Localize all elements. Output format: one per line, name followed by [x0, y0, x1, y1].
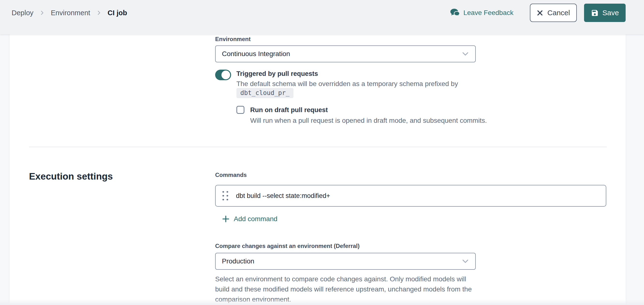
- environment-select-value: Continuous Integration: [222, 50, 290, 58]
- ci-job-settings-page: Deploy Environment CI job Leave Feedback: [0, 0, 644, 305]
- execution-settings-title: Execution settings: [29, 171, 113, 182]
- chevron-right-icon: [40, 10, 44, 16]
- leave-feedback-button[interactable]: Leave Feedback: [450, 8, 514, 18]
- deferral-select-value: Production: [222, 258, 254, 265]
- deferral-label: Compare changes against an environment (…: [215, 243, 360, 250]
- breadcrumb: Deploy Environment CI job: [12, 9, 127, 17]
- environment-label: Environment: [215, 36, 251, 42]
- pr-trigger-toggle[interactable]: [215, 70, 231, 80]
- chevron-right-icon: [96, 10, 101, 16]
- save-button-label: Save: [602, 9, 619, 17]
- command-input[interactable]: [236, 192, 601, 200]
- save-icon: [591, 9, 599, 17]
- cancel-button-label: Cancel: [547, 9, 570, 17]
- drag-handle-icon[interactable]: [222, 191, 228, 200]
- breadcrumb-item-environment[interactable]: Environment: [51, 9, 90, 17]
- settings-card: Environment Continuous Integration Trigg…: [10, 34, 626, 305]
- schema-prefix-code: dbt_cloud_pr_: [236, 88, 294, 98]
- save-button[interactable]: Save: [584, 4, 626, 22]
- pr-trigger-toggle-knob: [222, 70, 230, 79]
- draft-pr-checkbox[interactable]: [236, 106, 244, 114]
- environment-select[interactable]: Continuous Integration: [215, 46, 476, 62]
- commands-label: Commands: [215, 172, 247, 178]
- add-command-label: Add command: [234, 215, 278, 223]
- topbar-actions: Leave Feedback Cancel Save: [450, 4, 626, 22]
- add-command-button[interactable]: Add command: [222, 215, 278, 223]
- close-icon: [537, 10, 543, 16]
- feedback-chat-icon: [450, 8, 460, 18]
- draft-pr-label: Run on draft pull request: [250, 106, 328, 114]
- pr-trigger-label: Triggered by pull requests: [236, 70, 318, 78]
- cancel-button[interactable]: Cancel: [530, 4, 577, 22]
- chevron-down-icon: [461, 258, 470, 264]
- section-divider: [29, 147, 607, 147]
- top-bar: Deploy Environment CI job Leave Feedback: [0, 0, 644, 34]
- draft-pr-description: Will run when a pull request is opened i…: [250, 116, 613, 126]
- leave-feedback-label: Leave Feedback: [464, 9, 514, 17]
- plus-icon: [222, 215, 230, 223]
- breadcrumb-item-deploy[interactable]: Deploy: [12, 9, 33, 17]
- deferral-select[interactable]: Production: [215, 253, 476, 270]
- chevron-down-icon: [461, 51, 470, 56]
- pr-trigger-description: The default schema will be overridden as…: [236, 79, 459, 89]
- command-row: [215, 185, 606, 207]
- deferral-help-text: Select an environment to compare code ch…: [215, 274, 478, 304]
- breadcrumb-item-ci-job: CI job: [108, 9, 127, 17]
